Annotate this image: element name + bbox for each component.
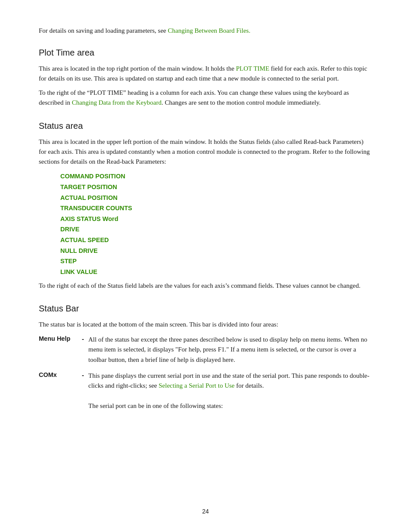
plot-time-link[interactable]: PLOT TIME — [236, 65, 269, 72]
status-area-para1: This area is located in the upper left p… — [39, 137, 372, 167]
menu-help-row: Menu Help - All of the status bar except… — [39, 335, 372, 365]
status-link-item[interactable]: TRANSDUCER COUNTS — [60, 203, 372, 214]
status-link-item[interactable]: AXIS STATUS Word — [60, 214, 372, 224]
plot-time-para1: This area is located in the top right po… — [39, 64, 372, 84]
status-link-item[interactable]: NULL DRIVE — [60, 246, 372, 256]
status-link-item[interactable]: ACTUAL POSITION — [60, 193, 372, 203]
plot-time-para2-post: . Changes are sent to the motion control… — [162, 99, 321, 106]
status-area-heading: Status area — [39, 121, 372, 131]
changing-board-files-link[interactable]: Changing Between Board Files. — [168, 27, 251, 34]
status-bar-intro: The status bar is located at the bottom … — [39, 320, 372, 330]
page-content: For details on saving and loading parame… — [0, 0, 411, 532]
status-area-section: Status area This area is located in the … — [39, 121, 372, 291]
intro-text: For details on saving and loading parame… — [39, 27, 168, 34]
status-links-list: COMMAND POSITIONTARGET POSITIONACTUAL PO… — [60, 171, 372, 277]
plot-time-section: Plot Time area This area is located in t… — [39, 48, 372, 108]
comx-dash: - — [82, 371, 84, 379]
changing-data-keyboard-link[interactable]: Changing Data from the Keyboard — [72, 99, 162, 106]
intro-paragraph: For details on saving and loading parame… — [39, 26, 372, 36]
plot-time-para2: To the right of the “PLOT TIME” heading … — [39, 88, 372, 108]
status-bar-heading: Status Bar — [39, 304, 372, 314]
status-area-closing: To the right of each of the Status field… — [39, 281, 372, 291]
status-link-item[interactable]: LINK VALUE — [60, 267, 372, 277]
status-link-item[interactable]: STEP — [60, 256, 372, 267]
comx-term: COMx — [39, 371, 82, 378]
plot-time-heading: Plot Time area — [39, 48, 372, 58]
status-link-item[interactable]: TARGET POSITION — [60, 182, 372, 193]
comx-desc2: The serial port can be in one of the fol… — [88, 402, 223, 409]
status-link-item[interactable]: COMMAND POSITION — [60, 171, 372, 182]
status-bar-definitions: Menu Help - All of the status bar except… — [39, 335, 372, 411]
status-link-item[interactable]: ACTUAL SPEED — [60, 235, 372, 246]
menu-help-term: Menu Help — [39, 335, 82, 342]
comx-row: COMx - This pane displays the current se… — [39, 371, 372, 411]
status-link-item[interactable]: DRIVE — [60, 224, 372, 235]
selecting-serial-port-link[interactable]: Selecting a Serial Port to Use — [159, 382, 234, 389]
page-number: 24 — [202, 508, 209, 515]
comx-desc: This pane displays the current serial po… — [88, 371, 372, 411]
status-bar-section: Status Bar The status bar is located at … — [39, 304, 372, 411]
comx-desc-post: for details. — [235, 382, 264, 389]
menu-help-desc: All of the status bar except the three p… — [88, 335, 372, 365]
plot-time-para1-pre: This area is located in the top right po… — [39, 65, 236, 72]
menu-help-dash: - — [82, 335, 84, 342]
